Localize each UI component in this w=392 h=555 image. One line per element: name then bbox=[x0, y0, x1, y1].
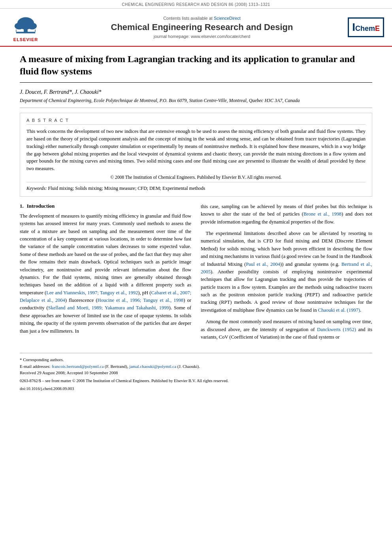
ref-paul2004[interactable]: Paul et al., 2004 bbox=[246, 261, 280, 267]
ichemE-I: I bbox=[352, 21, 355, 33]
journal-title: Chemical Engineering Research and Design bbox=[51, 22, 352, 32]
copyright-line: © 2008 The Institution of Chemical Engin… bbox=[26, 175, 366, 180]
body-two-column: 1.Introduction The development of measur… bbox=[20, 203, 372, 345]
ref-danckwerts1952[interactable]: Danckwerts (1952) bbox=[317, 327, 356, 332]
abstract-text: This work concerns the development of tw… bbox=[26, 128, 366, 172]
ref-brone1998[interactable]: Brone et al., 1998 bbox=[303, 211, 341, 217]
keywords-line: Keywords: Fluid mixing; Solids mixing; M… bbox=[26, 186, 366, 191]
email1-link[interactable]: francois.bertrand@polymtl.ca bbox=[52, 364, 104, 369]
elsevier-tree-icon bbox=[12, 13, 40, 36]
email2-link[interactable]: jamal.chaouki@polymtl.ca bbox=[129, 364, 176, 369]
ref-lee1997[interactable]: Lee and Yianneskis, 1997; Tanguy et al.,… bbox=[46, 290, 138, 295]
paper-title: A measure of mixing from Lagrangian trac… bbox=[20, 53, 372, 83]
para4: Among the most commonly used measures of… bbox=[201, 318, 372, 341]
svg-point-3 bbox=[15, 23, 24, 29]
left-column: 1.Introduction The development of measur… bbox=[20, 203, 191, 345]
elsevier-logo: ELSEVIER bbox=[8, 13, 43, 42]
affiliation: Department of Chemical Engineering, Ecol… bbox=[20, 98, 372, 108]
authors: J. Doucet, F. Bertrand*, J. Chaouki* bbox=[20, 89, 372, 95]
ref-houcine1996[interactable]: Houcine et al., 1996; Tanguy et al., 199… bbox=[98, 297, 184, 303]
elsevier-brand: ELSEVIER bbox=[13, 37, 38, 42]
section1-heading: 1.Introduction bbox=[20, 203, 191, 209]
email1-name: (F. Bertrand), bbox=[105, 364, 128, 369]
sciencedirect-link[interactable]: ScienceDirect bbox=[214, 16, 241, 21]
svg-point-4 bbox=[28, 23, 37, 29]
journal-homepage: journal homepage: www.elsevier.com/locat… bbox=[51, 34, 352, 39]
section1-body-left: The development of measures to quantify … bbox=[20, 212, 191, 335]
ichemE-chem: Chem bbox=[355, 25, 375, 32]
footnote-star: * Corresponding authors. bbox=[20, 356, 372, 363]
footnote-emails: E-mail addresses: francois.bertrand@poly… bbox=[20, 363, 372, 370]
ichemE-E: E bbox=[375, 25, 380, 32]
journal-header-bar: CHEMICAL ENGINEERING RESEARCH AND DESIGN… bbox=[0, 0, 392, 9]
footnote-area: * Corresponding authors. E-mail addresse… bbox=[20, 353, 372, 392]
journal-banner: ELSEVIER Contents lists available at Sci… bbox=[0, 9, 392, 47]
journal-center: Contents lists available at ScienceDirec… bbox=[51, 16, 352, 39]
footnote-issn: 0263-8762/$ – see front matter © 2008 Th… bbox=[20, 378, 372, 384]
para3: The experimental limitations described a… bbox=[201, 230, 372, 314]
main-content: A measure of mixing from Lagrangian trac… bbox=[0, 47, 392, 400]
footnote-doi: doi:10.1016/j.cherd.2008.09.003 bbox=[20, 386, 372, 392]
section1-body-right: this case, sampling can be achieved by m… bbox=[201, 203, 372, 341]
ref-chaouki1997[interactable]: Chaouki et al. (1997) bbox=[318, 307, 360, 313]
ref-bertrand2005[interactable]: Bertrand et al., 2005 bbox=[201, 261, 372, 275]
footnote-received: Received 29 August 2008; Accepted 10 Sep… bbox=[20, 369, 372, 376]
abstract-section: A B S T R A C T This work concerns the d… bbox=[20, 113, 372, 197]
emails-label: E-mail addresses: bbox=[20, 364, 51, 369]
sciencedirect-line: Contents lists available at ScienceDirec… bbox=[51, 16, 352, 21]
keywords-label: Keywords: bbox=[26, 186, 47, 191]
ichemE-logo: IChemE bbox=[352, 17, 384, 37]
section1-number: 1. bbox=[20, 203, 24, 209]
section1-title: Introduction bbox=[27, 203, 55, 209]
email2-name: (J. Chaouki). bbox=[177, 364, 200, 369]
right-column: this case, sampling can be achieved by m… bbox=[201, 203, 372, 345]
abstract-title: A B S T R A C T bbox=[26, 118, 366, 125]
para2: this case, sampling can be achieved by m… bbox=[201, 203, 372, 226]
ref-skelland1989[interactable]: Skelland and Moeti, 1989; Yakamura and T… bbox=[48, 305, 169, 311]
para1: The development of measures to quantify … bbox=[20, 212, 191, 335]
keywords-values: Fluid mixing; Solids mixing; Mixing meas… bbox=[48, 186, 205, 191]
